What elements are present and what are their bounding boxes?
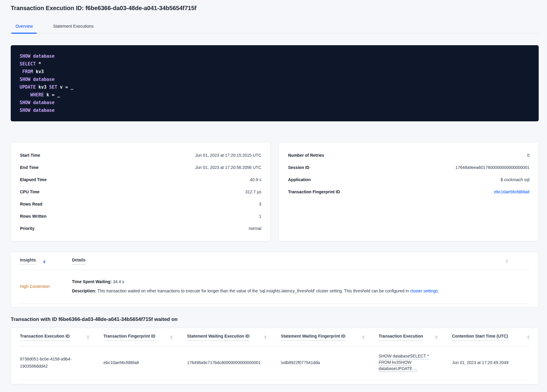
detail-label: Rows Written	[20, 214, 46, 219]
detail-row: Transaction Fingerprint IDebc10ae56cfd88…	[288, 186, 529, 198]
transaction-execution-link[interactable]: SHOW databaseSELECT * FROM kv3SHOW datab…	[379, 353, 431, 372]
sort-up-arrow-icon	[264, 335, 267, 337]
sql-text: kv3	[36, 84, 49, 90]
time-spent-waiting-value: 34.4 s	[112, 279, 124, 284]
table-column-header[interactable]: Contention Start Time (UTC)	[452, 334, 529, 341]
column-label: Transaction Fingerprint ID	[103, 334, 155, 341]
detail-value: 3	[259, 202, 261, 206]
column-label: Transaction Execution	[379, 334, 423, 341]
details-column-header[interactable]: Details	[72, 258, 86, 265]
tab-bar: Overview Statement Executions	[11, 24, 539, 33]
table-cell: SHOW databaseSELECT * FROM kv3SHOW datab…	[379, 353, 452, 372]
sql-text: v = _	[57, 84, 73, 90]
table-column-header[interactable]: Transaction Fingerprint ID	[103, 334, 187, 341]
insight-type-label: High Contention	[20, 284, 72, 289]
sql-keyword: SHOW database	[20, 108, 54, 113]
sort-up-arrow-icon	[362, 335, 364, 337]
detail-value: 0	[527, 153, 529, 158]
sort-icon[interactable]	[527, 335, 529, 339]
insights-column: Insights	[20, 258, 72, 265]
column-label: Statement Waiting Execution ID	[187, 334, 249, 341]
sql-line: FROM kv3	[20, 68, 530, 76]
table-cell: \xdb8922f077541dda	[281, 359, 379, 366]
detail-row: Elapsed Time40.9 s	[20, 173, 261, 186]
tab-overview[interactable]: Overview	[11, 24, 37, 33]
sort-down-arrow-icon	[170, 338, 173, 339]
detail-label: Application	[288, 177, 311, 182]
sort-icon[interactable]	[170, 335, 173, 339]
table-cell: ebc10ae56cfd88a8	[103, 359, 187, 366]
tab-statement-executions[interactable]: Statement Executions	[49, 24, 98, 33]
transaction-timing-card: Start TimeJun 01, 2023 at 17:20:15:2015 …	[11, 142, 271, 241]
waited-table-body: 9738d051-bc0e-4158-a9b4-1903586ddd42ebc1…	[20, 346, 529, 380]
sql-keyword: SET	[49, 84, 57, 90]
sql-keyword: SHOW database	[20, 100, 54, 105]
transaction-meta-card: Number of Retries0Session ID17648a9eea60…	[279, 142, 539, 241]
sort-up-arrow-icon	[435, 335, 438, 337]
sort-icon[interactable]	[435, 335, 438, 339]
table-cell: Jun 01, 2023 at 17:20:49:2049	[452, 359, 529, 366]
detail-value: 17648a9eea6017800000000000000001	[455, 165, 529, 170]
sort-icon[interactable]	[362, 335, 364, 339]
page: Transaction Execution ID: f6be6366-da03-…	[0, 0, 547, 384]
insight-details: Time Spent Waiting: 34.4 s Description: …	[72, 277, 529, 296]
detail-row: Rows Written1	[20, 210, 261, 222]
sort-up-arrow-icon	[506, 259, 508, 261]
detail-label: Start Time	[20, 153, 40, 158]
details-cards-row: Start TimeJun 01, 2023 at 17:20:15:2015 …	[11, 142, 539, 241]
sql-statement-box: SHOW databaseSELECT * FROM kv3SHOW datab…	[11, 45, 539, 121]
table-row: 9738d051-bc0e-4158-a9b4-1903586ddd42ebc1…	[20, 346, 529, 380]
description-period: .	[438, 288, 439, 293]
detail-row: Rows Read3	[20, 198, 261, 210]
description-text: This transaction waited on other transac…	[96, 288, 410, 293]
sort-up-arrow-icon	[527, 335, 529, 337]
waited-on-table-card: Transaction Execution IDTransaction Fing…	[11, 328, 539, 384]
detail-row: End TimeJun 01, 2023 at 17:20:56:2056 UT…	[20, 161, 261, 173]
sort-icon[interactable]	[264, 335, 267, 339]
sql-text: *	[36, 61, 41, 67]
page-title: Transaction Execution ID: f6be6366-da03-…	[11, 5, 539, 12]
sql-line: UPDATE kv3 SET v = _	[20, 83, 530, 91]
detail-label: Transaction Fingerprint ID	[288, 189, 340, 194]
detail-row: Session ID17648a9eea60178000000000000000…	[288, 161, 529, 173]
table-cell: 176498a9c717bdc80000000000000001	[187, 359, 281, 366]
insights-table-header: Insights Details	[20, 252, 529, 270]
sort-down-arrow-icon	[435, 338, 438, 339]
sql-keyword: SHOW database	[20, 77, 54, 82]
sql-keyword: SELECT	[20, 61, 36, 67]
detail-value: normal	[249, 226, 261, 231]
sort-icon[interactable]	[87, 335, 89, 339]
sort-icon[interactable]	[506, 259, 508, 263]
sort-down-arrow-icon	[506, 261, 508, 263]
sql-line: SHOW database	[20, 99, 530, 106]
column-label: Statement Waiting Fingerprint ID	[281, 334, 345, 341]
waited-on-heading: Transaction with ID f6be6366-da03-48de-a…	[11, 316, 539, 322]
insight-row: High Contention Time Spent Waiting: 34.4…	[20, 270, 529, 304]
detail-label: CPU Time	[20, 189, 40, 194]
sql-keyword: FROM	[20, 69, 33, 74]
cluster-settings-link[interactable]: cluster settings	[410, 288, 438, 293]
detail-value: $ cockroach sql	[501, 177, 529, 182]
sql-keyword: UPDATE	[20, 84, 36, 90]
table-column-header[interactable]: Transaction Execution ID	[20, 334, 103, 341]
table-column-header[interactable]: Statement Waiting Fingerprint ID	[281, 334, 379, 341]
sort-icon[interactable]	[43, 259, 45, 263]
detail-value: 40.9 s	[250, 177, 261, 182]
detail-row: Number of Retries0	[288, 149, 529, 161]
transaction-execution-id-value: 9738d051-bc0e-4158-a9b4-1903586ddd42	[20, 355, 76, 370]
details-column: Details	[72, 258, 529, 265]
sql-line: SHOW database	[20, 76, 530, 83]
sql-keyword: SHOW database	[20, 54, 54, 59]
description-label: Description:	[72, 288, 96, 293]
sort-up-arrow-icon	[87, 335, 89, 337]
sql-line: SHOW database	[20, 106, 530, 114]
insights-column-header[interactable]: Insights	[20, 258, 36, 265]
waited-table-header: Transaction Execution IDTransaction Fing…	[20, 328, 529, 346]
transaction-fingerprint-link[interactable]: ebc10ae56cfd88a8	[494, 189, 529, 194]
detail-row: Start TimeJun 01, 2023 at 17:20:15:2015 …	[20, 149, 261, 161]
table-column-header[interactable]: Statement Waiting Execution ID	[187, 334, 281, 341]
detail-label: Session ID	[288, 165, 309, 170]
time-spent-waiting-label: Time Spent Waiting:	[72, 279, 112, 284]
column-label: Contention Start Time (UTC)	[452, 334, 508, 341]
table-column-header[interactable]: Transaction Execution	[379, 334, 452, 341]
